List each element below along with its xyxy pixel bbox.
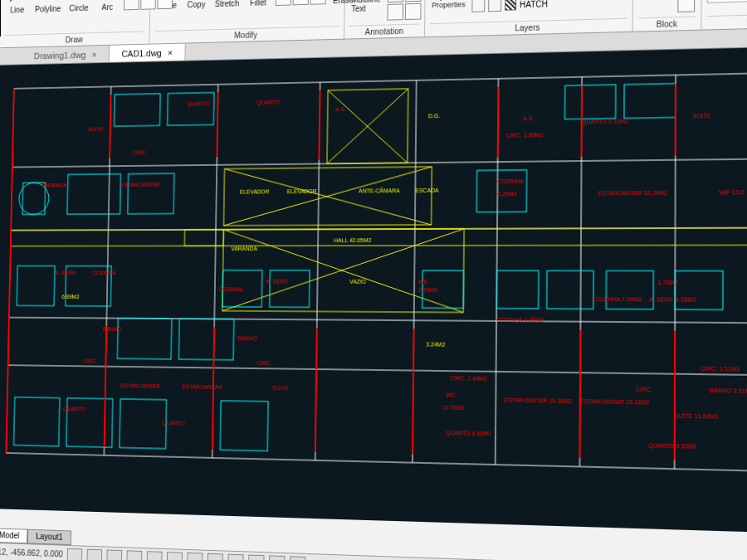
lineweight-selector[interactable]: ByLayer bbox=[707, 0, 747, 3]
label: Polyline bbox=[35, 4, 61, 13]
line-button[interactable]: Line bbox=[5, 0, 29, 16]
room-label: ELEVADOR bbox=[287, 188, 317, 194]
block-mini-3[interactable] bbox=[677, 0, 695, 12]
mod-mini-5[interactable] bbox=[292, 0, 308, 5]
cursor-coords: 912, -456.862, 0.000 bbox=[0, 548, 63, 559]
block-extras bbox=[677, 0, 695, 12]
svg-rect-44 bbox=[547, 270, 593, 309]
panel-block: Insert Block bbox=[633, 0, 702, 32]
mod-mini-6[interactable] bbox=[310, 0, 325, 5]
room-label: SUITE bbox=[272, 385, 289, 391]
svg-rect-33 bbox=[17, 266, 55, 306]
room-label: VARANDA bbox=[231, 246, 257, 251]
svg-rect-28 bbox=[11, 227, 747, 246]
mod-mini-4[interactable] bbox=[276, 0, 291, 6]
circle-icon bbox=[68, 0, 90, 2]
polyline-button[interactable]: Polyline bbox=[33, 0, 63, 15]
panel-properties: ByLayer ByLayer ByLayer Properties bbox=[701, 0, 747, 30]
label: Arc bbox=[101, 2, 113, 12]
room-label: QUARTO bbox=[187, 100, 210, 106]
svg-rect-32 bbox=[128, 173, 174, 214]
close-icon[interactable]: × bbox=[168, 47, 173, 57]
room-label: QUARTO bbox=[256, 100, 280, 105]
room-label: A.S. bbox=[335, 106, 346, 112]
room-label: VAZIO bbox=[349, 279, 366, 285]
room-label: CIRC. 3.80M2 bbox=[506, 132, 544, 139]
room-label: WC bbox=[446, 392, 456, 397]
status-extra-3[interactable] bbox=[269, 555, 285, 560]
room-label: ANTE-CÂMARA bbox=[359, 187, 400, 193]
otrack-toggle[interactable] bbox=[167, 552, 183, 560]
hatch-selector[interactable]: HATCH bbox=[471, 0, 630, 12]
room-label: VARANDA bbox=[42, 183, 66, 188]
svg-line-64 bbox=[579, 330, 580, 458]
grid-toggle[interactable] bbox=[87, 548, 103, 560]
room-label: 6.29M2 bbox=[497, 191, 516, 197]
anno-mini-3[interactable] bbox=[387, 0, 403, 2]
svg-line-57 bbox=[498, 87, 499, 158]
layout-tab-model[interactable]: Model bbox=[0, 528, 28, 543]
status-extra-1[interactable] bbox=[228, 553, 244, 560]
room-label: QUARTO bbox=[162, 420, 185, 426]
panel-annotation: A Multiline Text Annotation bbox=[344, 0, 426, 39]
svg-rect-30 bbox=[168, 93, 214, 126]
draw-mini-4[interactable] bbox=[124, 0, 139, 10]
room-label: BANHO bbox=[103, 326, 122, 332]
label: Line bbox=[10, 6, 24, 15]
anno-mini-4[interactable] bbox=[405, 0, 422, 2]
layout-tab-layout1[interactable]: Layout1 bbox=[27, 529, 71, 545]
svg-rect-35 bbox=[117, 319, 172, 359]
room-label: A.S. bbox=[523, 115, 534, 121]
room-label: ESTAR/JANTAR 18.24M2 bbox=[598, 190, 667, 197]
polyline-icon bbox=[37, 0, 59, 3]
anno-mini-5[interactable] bbox=[387, 3, 403, 20]
status-extra-4[interactable] bbox=[290, 556, 306, 560]
room-label: SUITE bbox=[87, 126, 103, 132]
ls[interactable] bbox=[471, 0, 485, 12]
room-label: SUITE bbox=[693, 113, 711, 119]
label: Layer Properties bbox=[432, 0, 466, 9]
label: Multiline Text bbox=[351, 0, 381, 13]
mtext-button[interactable]: A Multiline Text bbox=[349, 0, 383, 15]
fillet-button[interactable]: Fillet bbox=[246, 0, 271, 9]
svg-line-54 bbox=[110, 95, 110, 158]
room-label: 1.70M2 bbox=[657, 280, 677, 285]
osnap-toggle[interactable] bbox=[147, 551, 163, 560]
ls[interactable] bbox=[488, 0, 501, 12]
room-label: ESCADA bbox=[415, 187, 438, 193]
arc-button[interactable]: Arc bbox=[95, 0, 120, 13]
room-label: CIRC. 3.51M2 bbox=[701, 366, 740, 373]
ortho-toggle[interactable] bbox=[107, 549, 123, 560]
svg-rect-49 bbox=[14, 397, 60, 446]
drawing-canvas[interactable]: SUITEQUARTOQUARTOCIRC.A.S.A.S.CIRC. 3.80… bbox=[0, 46, 747, 534]
svg-line-63 bbox=[413, 329, 414, 454]
copy-button[interactable]: Copy bbox=[184, 0, 209, 11]
stretch-button[interactable]: Stretch bbox=[213, 0, 242, 10]
draw-mini-5[interactable] bbox=[140, 0, 156, 10]
close-icon[interactable]: × bbox=[92, 49, 97, 59]
room-label: 2.79M2 bbox=[418, 287, 437, 293]
tab-label: CAD1.dwg bbox=[121, 48, 161, 59]
polar-toggle[interactable] bbox=[127, 550, 143, 560]
panel-label: Block bbox=[638, 16, 696, 31]
room-label: A. SERV. bbox=[266, 279, 289, 285]
room-label: QUARTO 9.10M2 bbox=[648, 442, 696, 450]
room-label: D.G. bbox=[428, 113, 440, 119]
snap-toggle[interactable] bbox=[67, 548, 83, 560]
anno-mini-6[interactable] bbox=[405, 3, 422, 20]
lwt-toggle[interactable] bbox=[188, 552, 203, 560]
circle-button[interactable]: Circle bbox=[66, 0, 91, 14]
svg-rect-38 bbox=[270, 270, 310, 308]
model-toggle[interactable] bbox=[208, 553, 223, 560]
layer-properties-button[interactable]: Layer Properties bbox=[430, 0, 467, 11]
room-label: CIRC. 1.44M2 bbox=[451, 375, 487, 382]
document-tab[interactable]: Drawing1.dwg× bbox=[22, 46, 110, 65]
line-icon bbox=[7, 0, 27, 4]
draw-mini-6[interactable] bbox=[157, 0, 173, 9]
panel-label: Properties bbox=[707, 12, 747, 29]
status-extra-2[interactable] bbox=[248, 554, 264, 560]
room-label: ELEVADOR bbox=[240, 189, 270, 195]
room-label: COZINHA bbox=[92, 270, 116, 275]
room-label: BANHO bbox=[237, 335, 257, 341]
document-tab[interactable]: CAD1.dwg× bbox=[110, 43, 186, 61]
